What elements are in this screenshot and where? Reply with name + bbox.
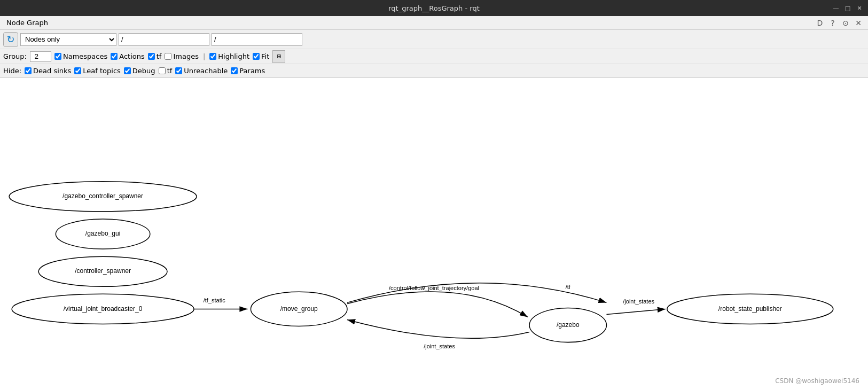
leaf-topics-checkbox[interactable] — [74, 67, 81, 74]
namespaces-checkbox-label[interactable]: Namespaces — [54, 52, 107, 60]
images-checkbox[interactable] — [165, 53, 171, 60]
node-label-virtual-joint-broadcaster: /virtual_joint_broadcaster_0 — [64, 305, 143, 313]
close-plugin-icon[interactable]: ✕ — [853, 18, 864, 28]
close-button[interactable]: ✕ — [855, 4, 864, 12]
refresh-icon: ↻ — [6, 34, 14, 45]
menu-item-node-graph[interactable]: Node Graph — [3, 18, 51, 28]
view-mode-dropdown[interactable]: Nodes only Nodes/Topics (active) Nodes/T… — [20, 33, 116, 46]
leaf-topics-label[interactable]: Leaf topics — [74, 67, 121, 75]
fit-view-button[interactable]: ⊞ — [272, 50, 285, 63]
titlebar-controls: — □ ✕ — [832, 4, 864, 12]
hide-tf-label[interactable]: tf — [159, 67, 173, 75]
hide-row: Hide: Dead sinks Leaf topics Debug tf Un… — [0, 64, 868, 78]
unreachable-checkbox[interactable] — [175, 67, 182, 74]
highlight-checkbox-label[interactable]: Highlight — [209, 52, 249, 60]
refresh-button[interactable]: ↻ — [3, 32, 18, 47]
node-label-controller-spawner: /controller_spawner — [75, 267, 131, 275]
hide-label: Hide: — [3, 67, 21, 75]
edge-label-joint-states-back: /joint_states — [424, 343, 455, 349]
fit-checkbox[interactable] — [253, 53, 260, 60]
menubar: Node Graph D ? ⊙ ✕ — [0, 16, 868, 30]
controls-row: Group: Namespaces Actions tf Images | Hi… — [0, 49, 868, 64]
debug-checkbox[interactable] — [124, 67, 131, 74]
menubar-right-icons: D ? ⊙ ✕ — [815, 18, 864, 28]
titlebar: rqt_graph__RosGraph - rqt — □ ✕ — [0, 0, 868, 16]
watermark: CSDN @woshigaowei5146 — [775, 377, 859, 385]
actions-checkbox-label[interactable]: Actions — [111, 52, 145, 60]
tf-checkbox[interactable] — [148, 53, 155, 60]
window-title: rqt_graph__RosGraph - rqt — [388, 4, 480, 12]
graph-svg: /gazebo_controller_spawner /gazebo_gui /… — [0, 78, 868, 390]
unreachable-label[interactable]: Unreachable — [175, 67, 228, 75]
hide-tf-checkbox[interactable] — [159, 67, 166, 74]
edge-label-joint-states-rsp: /joint_states — [623, 298, 654, 305]
edge-joint-states-back — [347, 319, 529, 338]
minimize-button[interactable]: — — [832, 4, 840, 12]
edge-label-tf: /tf — [566, 284, 571, 290]
actions-checkbox[interactable] — [111, 53, 118, 60]
fit-icon: ⊞ — [277, 53, 281, 59]
help-icon[interactable]: ? — [827, 18, 838, 28]
group-spinbox[interactable] — [30, 51, 51, 62]
node-label-gazebo: /gazebo — [557, 321, 580, 329]
params-checkbox[interactable] — [231, 67, 238, 74]
edge-label-tf-static: /tf_static — [204, 297, 226, 303]
images-checkbox-label[interactable]: Images — [165, 52, 199, 60]
separator-1: | — [203, 52, 205, 60]
dead-sinks-checkbox[interactable] — [25, 67, 32, 74]
params-label[interactable]: Params — [231, 67, 265, 75]
filter-input-1[interactable] — [119, 33, 209, 46]
node-label-robot-state-publisher: /robot_state_publisher — [718, 305, 782, 313]
dock-icon[interactable]: D — [815, 18, 825, 28]
maximize-button[interactable]: □ — [843, 4, 852, 12]
debug-label[interactable]: Debug — [124, 67, 155, 75]
edge-label-follow-joint-trajectory: /control/follow_joint_trajectory/goal — [389, 285, 479, 291]
float-icon[interactable]: ⊙ — [840, 18, 851, 28]
group-label: Group: — [3, 52, 27, 60]
toolbar: ↻ Nodes only Nodes/Topics (active) Nodes… — [0, 30, 868, 49]
graph-area[interactable]: /gazebo_controller_spawner /gazebo_gui /… — [0, 78, 868, 390]
dead-sinks-label[interactable]: Dead sinks — [25, 67, 71, 75]
node-label-gazebo-controller-spawner: /gazebo_controller_spawner — [62, 192, 143, 200]
namespaces-checkbox[interactable] — [54, 53, 61, 60]
filter-input-2[interactable] — [212, 33, 302, 46]
tf-checkbox-label[interactable]: tf — [148, 52, 162, 60]
highlight-checkbox[interactable] — [209, 53, 216, 60]
node-label-move-group: /move_group — [280, 305, 318, 313]
edge-joint-states-rsp — [606, 309, 665, 314]
node-label-gazebo-gui: /gazebo_gui — [85, 230, 120, 237]
fit-checkbox-label[interactable]: Fit — [253, 52, 269, 60]
